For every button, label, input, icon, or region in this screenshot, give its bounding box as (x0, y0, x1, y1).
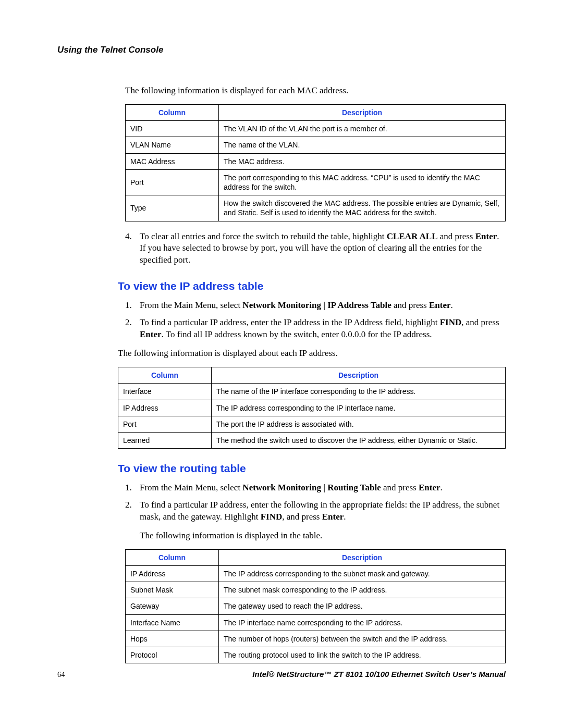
step-text: To clear all entries and force the switc… (140, 231, 387, 241)
table-row: Subnet MaskThe subnet mask corresponding… (126, 582, 506, 598)
section-heading-routing-table: To view the routing table (118, 462, 506, 475)
cell-column: IP Address (118, 400, 212, 416)
step-bold: Enter (475, 231, 497, 241)
cell-column: VLAN Name (126, 137, 219, 153)
step-list-ip: 1. From the Main Menu, select Network Mo… (125, 300, 506, 341)
step-bold: Network Monitoring | IP Address Table (242, 300, 391, 310)
step-text: From the Main Menu, select (140, 483, 242, 492)
table-row: VLAN NameThe name of the VLAN. (126, 137, 506, 153)
step-list-routing: 1. From the Main Menu, select Network Mo… (125, 482, 506, 523)
step-text: . To find all IP address known by the sw… (162, 329, 432, 339)
table-header-column: Column (126, 105, 219, 121)
step-bold: FIND (440, 317, 462, 327)
cell-description: The number of hops (routers) between the… (219, 631, 506, 647)
cell-column: Hops (126, 631, 219, 647)
step-bold: Enter (419, 483, 440, 492)
table-row: VIDThe VLAN ID of the VLAN the port is a… (126, 121, 506, 137)
step-bold: Enter (140, 329, 162, 339)
cell-description: The method the switch used to discover t… (212, 432, 506, 448)
cell-description: The IP address corresponding to the subn… (219, 566, 506, 582)
list-item: 1. From the Main Menu, select Network Mo… (125, 482, 506, 494)
table-row: PortThe port the IP address is associate… (118, 416, 506, 432)
step-bold: Enter (429, 300, 451, 310)
list-item: 2. To find a particular IP address, ente… (125, 499, 506, 523)
cell-description: The IP address corresponding to the IP i… (212, 400, 506, 416)
step-text: . (451, 300, 453, 310)
step-text: . (344, 512, 346, 522)
footer-title: Intel® NetStructure™ ZT 8101 10/100 Ethe… (252, 670, 506, 678)
table-header-description: Description (212, 367, 506, 384)
step-list-clear: 4. To clear all entries and force the sw… (125, 231, 506, 267)
step-number: 2. (125, 499, 132, 511)
list-item: 1. From the Main Menu, select Network Mo… (125, 300, 506, 312)
table-row: MAC AddressThe MAC address. (126, 153, 506, 169)
table-header-column: Column (118, 367, 212, 384)
cell-column: Type (126, 195, 219, 221)
table-row: PortThe port corresponding to this MAC a… (126, 169, 506, 195)
section-heading-ip-address-table: To view the IP address table (118, 280, 506, 292)
cell-column: Interface (118, 384, 212, 400)
cell-description: The subnet mask corresponding to the IP … (219, 582, 506, 598)
page: Using the Telnet Console The following i… (0, 0, 563, 728)
list-item: 4. To clear all entries and force the sw… (125, 231, 506, 267)
step-bold: Network Monitoring | Routing Table (242, 483, 381, 492)
cell-column: IP Address (126, 566, 219, 582)
table-row: TypeHow the switch discovered the MAC ad… (126, 195, 506, 221)
step-bold: Enter (322, 512, 344, 522)
table-row: InterfaceThe name of the IP interface co… (118, 384, 506, 400)
ip-address-table: Column Description InterfaceThe name of … (118, 367, 506, 449)
cell-column: Port (118, 416, 212, 432)
step-number: 4. (125, 231, 132, 243)
step-text: and press (391, 300, 429, 310)
step-number: 2. (125, 317, 132, 329)
page-footer: 64 Intel® NetStructure™ ZT 8101 10/100 E… (57, 670, 506, 679)
cell-column: MAC Address (126, 153, 219, 169)
step-text: and press (438, 231, 475, 241)
cell-description: How the switch discovered the MAC addres… (219, 195, 506, 221)
cell-description: The gateway used to reach the IP address… (219, 598, 506, 614)
table-header-description: Description (219, 105, 506, 121)
cell-description: The VLAN ID of the VLAN the port is a me… (219, 121, 506, 137)
cell-description: The name of the IP interface correspondi… (212, 384, 506, 400)
step-bold: FIND (261, 512, 283, 522)
intro-mac-table: The following information is displayed f… (125, 85, 506, 96)
table-row: HopsThe number of hops (routers) between… (126, 631, 506, 647)
table-row: GatewayThe gateway used to reach the IP … (126, 598, 506, 614)
step-text: , and press (282, 512, 322, 522)
step-text: , and press (461, 317, 499, 327)
routing-table: Column Description IP AddressThe IP addr… (125, 549, 506, 663)
intro-ip-table: The following information is displayed a… (118, 348, 506, 359)
step-number: 1. (125, 482, 132, 494)
cell-column: Gateway (126, 598, 219, 614)
step-bold: CLEAR ALL (387, 231, 438, 241)
table-row: ProtocolThe routing protocol used to lin… (126, 647, 506, 663)
cell-description: The IP interface name corresponding to t… (219, 614, 506, 631)
body-column: The following information is displayed f… (125, 85, 506, 663)
cell-column: Protocol (126, 647, 219, 663)
step-text: and press (381, 483, 419, 492)
step-text: . (440, 483, 443, 492)
cell-description: The routing protocol used to link the sw… (219, 647, 506, 663)
cell-description: The MAC address. (219, 153, 506, 169)
table-header-description: Description (219, 549, 506, 565)
cell-column: Interface Name (126, 614, 219, 631)
table-header-column: Column (126, 549, 219, 565)
cell-description: The name of the VLAN. (219, 137, 506, 153)
table-row: IP AddressThe IP address corresponding t… (118, 400, 506, 416)
table-row: IP AddressThe IP address corresponding t… (126, 566, 506, 582)
cell-description: The port corresponding to this MAC addre… (219, 169, 506, 195)
step-number: 1. (125, 300, 132, 312)
page-number: 64 (57, 670, 65, 679)
cell-column: Port (126, 169, 219, 195)
list-item: 2. To find a particular IP address, ente… (125, 317, 506, 341)
mac-address-table: Column Description VIDThe VLAN ID of the… (125, 104, 506, 221)
cell-column: VID (126, 121, 219, 137)
cell-column: Learned (118, 432, 212, 448)
running-header: Using the Telnet Console (57, 45, 506, 55)
cell-column: Subnet Mask (126, 582, 219, 598)
table-row: Interface NameThe IP interface name corr… (126, 614, 506, 631)
step-text: From the Main Menu, select (140, 300, 242, 310)
intro-routing-table: The following information is displayed i… (140, 530, 506, 541)
cell-description: The port the IP address is associated wi… (212, 416, 506, 432)
step-text: To find a particular IP address, enter t… (140, 317, 440, 327)
